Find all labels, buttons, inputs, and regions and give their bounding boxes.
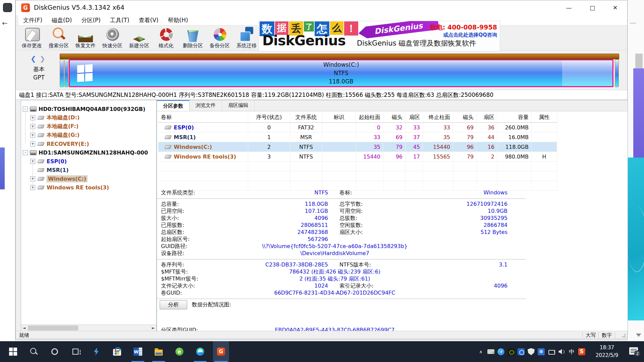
toolbar-button-quick-partition[interactable]: 快速分区 (99, 26, 126, 50)
tree-item-recovery-e-[interactable]: +RECOVERY(E:) (21, 139, 156, 148)
toolbar-button-delete-partition[interactable]: 删除分区 (179, 26, 206, 50)
taskbar-clock[interactable]: 18:37 2022/5/9 (589, 344, 625, 359)
tree-item-hd1-samsungmznln128hahq-000[interactable]: -HD1:SAMSUNGMZNLN128HAHQ-000 (21, 148, 156, 157)
tree-item--g-[interactable]: +本地磁盘(G:) (21, 131, 156, 139)
table-row[interactable]: Windows RE tools(3)3NTFS1544096171556579… (158, 152, 557, 162)
tab-browse-files[interactable]: 浏览文件 (190, 100, 222, 111)
collapse-icon[interactable]: - (23, 107, 28, 112)
banner-qq-link[interactable]: 或点击此处选择QQ咨询 (443, 32, 497, 38)
scroll-thumb[interactable] (28, 325, 78, 330)
partition-bar-esp[interactable] (60, 59, 64, 87)
expand-icon[interactable]: + (30, 185, 35, 190)
next-disk-icon[interactable]: ❯ (40, 55, 45, 63)
taskbar-flash-app[interactable] (88, 341, 104, 362)
promo-banner[interactable]: 数据丢了怎么！ DiskGenius DiskGenius 致电: 400-00… (259, 21, 500, 51)
toolbar-button-new-partition[interactable]: 新建分区 (126, 26, 153, 50)
toolbar-button-backup-partition[interactable]: 备份分区 (206, 26, 233, 50)
tree-horizontal-scrollbar[interactable]: ◄ ► (21, 324, 156, 331)
tab-partition-params[interactable]: 分区参数 (157, 100, 190, 111)
table-row[interactable]: MSR(1)1MSR33693735794416.0MB (158, 132, 557, 142)
messenger-icon[interactable] (497, 348, 504, 355)
titlebar[interactable]: G DiskGenius V5.4.3.1342 x64 — □ ✕ (16, 0, 627, 15)
expand-icon[interactable]: + (30, 141, 35, 146)
disk-header-strip[interactable] (60, 54, 619, 59)
tab-sector-edit[interactable]: 扇区编辑 (222, 100, 255, 111)
toolbar-button-system-migration[interactable]: 系统迁移 (233, 26, 260, 50)
sogou-icon[interactable]: S (578, 348, 585, 355)
notification-center-icon[interactable]: 2 (629, 347, 638, 355)
tray-expand-icon[interactable]: ∧ (477, 348, 484, 355)
column-header[interactable]: 文件系统 (290, 113, 322, 122)
expand-icon[interactable]: + (30, 124, 35, 129)
table-row[interactable]: ESP(0)0FAT3203233336936260.0MB (158, 123, 557, 132)
tree-item-windows-re-tools-3-[interactable]: +Windows RE tools(3) (21, 183, 156, 192)
nvidia-icon[interactable] (507, 348, 515, 355)
column-header[interactable]: 起始柱面 (356, 113, 383, 122)
defender-icon[interactable]: ✕ (528, 348, 535, 355)
analyze-button[interactable]: 分析 (160, 300, 187, 309)
taskbar-edge[interactable] (192, 341, 208, 362)
taskbar-cortana[interactable] (47, 341, 63, 362)
volume-icon[interactable]: ) (558, 348, 565, 355)
expand-icon[interactable]: + (30, 176, 35, 181)
taskbar-browser-360[interactable]: e (171, 341, 187, 362)
more-options-icon[interactable]: ⋯ (630, 19, 637, 26)
collapse-icon[interactable]: - (23, 150, 28, 155)
menu-item[interactable]: 工具(T) (105, 15, 134, 25)
toolbar-button-recover-files[interactable]: 恢复文件 (72, 26, 99, 50)
column-header[interactable]: 卷标 (158, 113, 248, 122)
menu-item[interactable]: 文件(F) (18, 15, 47, 25)
menu-item[interactable]: 帮助(H) (163, 15, 193, 25)
column-header[interactable]: 容量 (497, 113, 532, 122)
toolbar-button-save-changes[interactable]: 保存更改 (18, 26, 45, 50)
expand-icon[interactable]: + (30, 133, 35, 138)
tree-item-msr-1-[interactable]: MSR(1) (21, 166, 156, 174)
maximize-button[interactable]: □ (583, 0, 602, 15)
column-header[interactable]: 磁头 (383, 113, 406, 122)
disk-nav-arrows[interactable]: ❮ ❯ (31, 55, 45, 63)
taskbar-word[interactable] (130, 341, 146, 362)
printer-icon[interactable]: ✓ (487, 349, 494, 354)
column-header[interactable]: 扇区 (406, 113, 423, 122)
taskbar-file-explorer[interactable] (151, 341, 167, 362)
table-row[interactable]: Windows(C:)2NTFS357945154409616118.0GB (158, 142, 557, 152)
ime-zh-icon[interactable]: 中 (568, 348, 575, 355)
column-header[interactable]: 终止柱面 (423, 113, 453, 122)
tree-item--d-[interactable]: +本地磁盘(D:) (21, 113, 156, 122)
menu-item[interactable]: 磁盘(D) (47, 15, 76, 25)
close-button[interactable]: ✕ (605, 0, 625, 15)
tree-item-esp-0-[interactable]: +ESP(0) (21, 157, 156, 166)
expand-icon[interactable]: + (30, 159, 35, 164)
tree-item--f-[interactable]: +本地磁盘(F:) (21, 122, 156, 131)
taskbar-task-view[interactable] (67, 341, 84, 362)
background-scrollbar[interactable] (635, 54, 643, 68)
menu-item[interactable]: 查看(V) (134, 15, 163, 25)
scroll-down-icon[interactable] (636, 334, 641, 337)
power-icon[interactable] (548, 348, 555, 355)
tree-item-windows-c-[interactable]: +Windows(C:) (21, 174, 156, 183)
expand-icon[interactable]: + (30, 115, 35, 120)
taskbar-search[interactable] (26, 341, 42, 362)
column-header[interactable]: 标识 (322, 113, 356, 122)
menu-item[interactable]: 分区(P) (76, 15, 105, 25)
partition-bar-msr[interactable] (64, 59, 68, 87)
toolbar-button-format[interactable]: 格式化 (153, 26, 179, 50)
scroll-right-icon[interactable]: ► (150, 325, 156, 331)
column-header[interactable]: 扇区 (477, 113, 497, 122)
scroll-left-icon[interactable]: ◄ (21, 325, 27, 331)
column-header[interactable]: 属性 (532, 113, 557, 122)
minimize-button[interactable]: — (559, 0, 579, 15)
taskbar-start[interactable] (5, 341, 21, 362)
intel-graphics-icon[interactable] (518, 348, 525, 355)
resize-grip[interactable] (621, 333, 626, 338)
taskbar-store[interactable] (109, 341, 125, 362)
column-header[interactable]: 磁头 (453, 113, 477, 122)
partition-bar-windows-c[interactable]: Windows(C:) NTFS 118.0GB (69, 59, 613, 87)
toolbar-button-search-partition[interactable]: 搜索分区 (45, 26, 72, 50)
partition-bar-re-tools[interactable] (615, 59, 619, 87)
back-arrow-icon[interactable]: ← (2, 19, 8, 27)
column-header[interactable]: 序号(状态) (248, 113, 290, 122)
snowflake-icon[interactable]: ❆ (538, 348, 545, 355)
prev-disk-icon[interactable]: ❮ (31, 55, 36, 63)
taskbar-diskgenius[interactable]: G (213, 341, 229, 362)
